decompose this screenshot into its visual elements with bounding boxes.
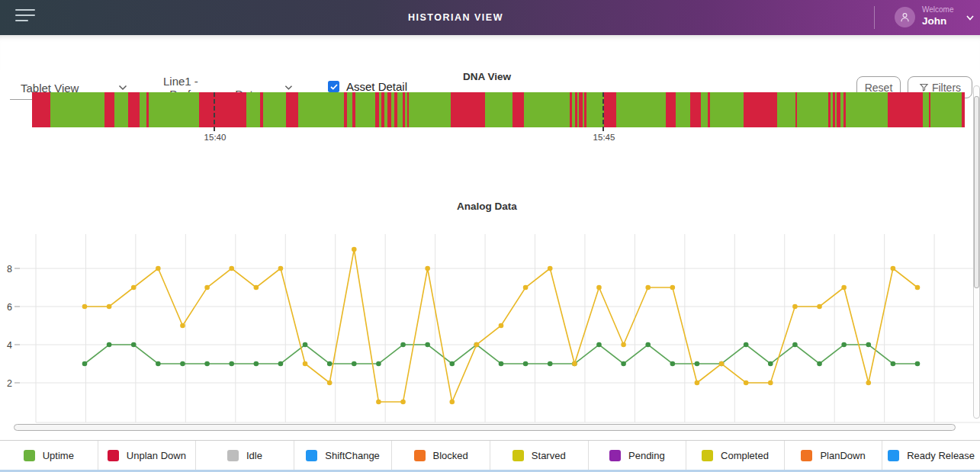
dna-time-label: 15:45: [593, 133, 615, 142]
legend-label: Uptime: [43, 450, 74, 461]
dna-bar[interactable]: [32, 92, 966, 127]
avatar: [895, 7, 915, 27]
dna-segment-unplan-down: [744, 92, 777, 127]
legend-swatch: [801, 450, 812, 461]
dna-segment-uptime: [797, 92, 828, 127]
welcome-label: Welcome: [922, 5, 954, 14]
legend-label: ShiftChange: [325, 450, 380, 461]
dna-segment-unplan-down: [104, 92, 114, 127]
check-icon: [330, 84, 338, 90]
dna-segment-uptime: [347, 92, 352, 127]
dna-segment-uptime: [701, 92, 708, 127]
svg-text:6: 6: [7, 302, 12, 313]
legend-item-blocked[interactable]: Blocked: [392, 441, 490, 470]
legend-swatch: [306, 450, 317, 461]
dna-segment-unplan-down: [690, 92, 701, 127]
filter-funnel-icon: [919, 82, 929, 92]
app-header: HISTORIAN VIEW Welcome John: [0, 0, 980, 35]
dna-segment-uptime: [524, 92, 570, 127]
legend-item-completed[interactable]: Completed: [686, 441, 785, 470]
dna-segment-uptime: [923, 92, 929, 127]
legend-swatch: [512, 450, 524, 461]
legend-label: Ready Release: [907, 450, 975, 461]
asset-detail-checkbox[interactable]: [328, 81, 339, 92]
legend-label: Idle: [246, 450, 262, 461]
horizontal-scrollbar[interactable]: [14, 424, 956, 431]
legend-label: Pending: [628, 450, 665, 461]
legend-swatch: [108, 450, 119, 461]
dna-segment-unplan-down: [199, 92, 246, 127]
header-divider: [874, 6, 875, 29]
legend-swatch: [702, 450, 713, 461]
dna-segment-uptime: [586, 92, 604, 127]
dna-segment-uptime: [149, 92, 199, 127]
dna-segment-uptime: [397, 92, 403, 127]
dna-segment-unplan-down: [888, 92, 923, 127]
legend-label: Starved: [532, 450, 566, 461]
chevron-down-icon: [284, 85, 293, 91]
dna-segment-unplan-down: [286, 92, 298, 127]
legend-item-pending[interactable]: Pending: [589, 441, 687, 470]
dna-segment-unplan-down: [962, 92, 965, 127]
user-menu[interactable]: Welcome John: [881, 0, 980, 35]
dna-segment-unplan-down: [604, 92, 616, 127]
svg-text:2: 2: [7, 378, 12, 389]
legend-item-starved[interactable]: Starved: [490, 441, 589, 470]
dna-segment-uptime: [676, 92, 690, 127]
user-name: John: [922, 15, 954, 27]
analog-chart-svg: 2468: [0, 234, 980, 423]
dna-segment-uptime: [409, 92, 451, 127]
dna-segment-uptime: [114, 92, 128, 127]
legend-item-ready-release[interactable]: Ready Release: [882, 441, 980, 470]
legend-swatch: [414, 450, 426, 461]
person-icon: [898, 11, 911, 24]
dna-segment-unplan-down: [666, 92, 676, 127]
legend-label: Blocked: [433, 450, 468, 461]
toolbar: Tablet View Line1 - aPerformanceData Ass…: [0, 35, 980, 70]
chevron-down-icon[interactable]: [966, 15, 974, 21]
vertical-scrollbar[interactable]: [973, 85, 980, 419]
dna-segment-uptime: [485, 92, 512, 127]
dna-segment-uptime: [355, 92, 375, 127]
svg-text:4: 4: [7, 340, 12, 351]
dna-segment-unplan-down: [512, 92, 524, 127]
dna-segment-unplan-down: [128, 92, 140, 127]
page-title: HISTORIAN VIEW: [0, 12, 911, 23]
legend-swatch: [609, 450, 621, 461]
legend-swatch: [24, 450, 35, 461]
legend-item-plandown[interactable]: PlanDown: [785, 441, 883, 470]
dna-segment-uptime: [246, 92, 260, 127]
dna-segment-uptime: [846, 92, 888, 127]
dna-segment-uptime: [777, 92, 795, 127]
status-legend: UptimeUnplan DownIdleShiftChangeBlockedS…: [0, 440, 980, 470]
vertical-scrollbar-thumb[interactable]: [974, 96, 979, 288]
dna-segment-uptime: [50, 92, 104, 127]
legend-label: PlanDown: [820, 450, 865, 461]
analog-data-title: Analog Data: [0, 201, 974, 212]
legend-item-idle[interactable]: Idle: [196, 441, 294, 470]
dna-segment-unplan-down: [451, 92, 485, 127]
hamburger-icon: [15, 9, 35, 11]
dna-segment-uptime: [263, 92, 286, 127]
dna-segment-unplan-down: [32, 92, 50, 127]
legend-item-unplan-down[interactable]: Unplan Down: [98, 441, 197, 470]
app-root: HISTORIAN VIEW Welcome John Tablet View …: [0, 0, 980, 472]
legend-label: Unplan Down: [127, 450, 186, 461]
chevron-down-icon: [118, 85, 127, 91]
legend-swatch: [227, 450, 239, 461]
dna-view-title: DNA View: [0, 71, 974, 82]
dna-segment-uptime: [298, 92, 344, 127]
svg-text:8: 8: [7, 264, 12, 275]
legend-swatch: [888, 450, 899, 461]
legend-item-shiftchange[interactable]: ShiftChange: [294, 441, 393, 470]
legend-item-uptime[interactable]: Uptime: [0, 441, 98, 470]
legend-label: Completed: [721, 450, 769, 461]
dna-segment-uptime: [616, 92, 666, 127]
dna-segment-uptime: [930, 92, 962, 127]
dna-segment-uptime: [140, 92, 146, 127]
dna-time-label: 15:40: [204, 133, 227, 142]
dna-segment-uptime: [710, 92, 744, 127]
